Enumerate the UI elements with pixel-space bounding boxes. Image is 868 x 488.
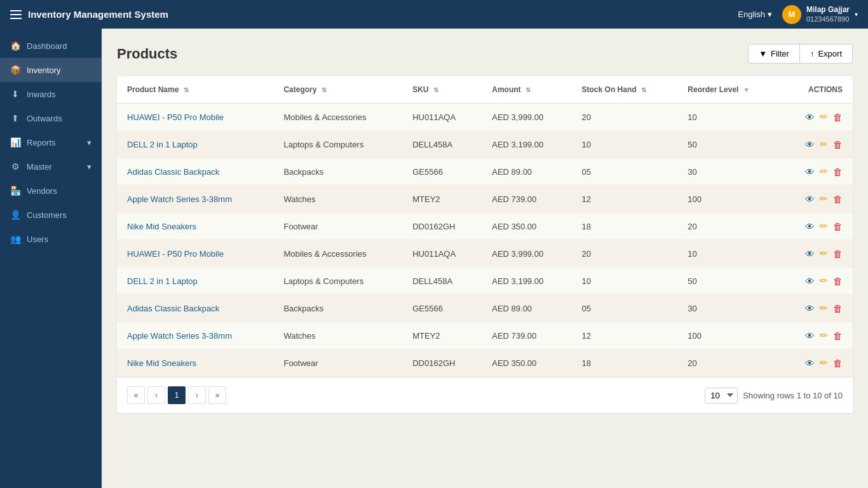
reorder-cell: 30 — [677, 158, 780, 186]
edit-button[interactable]: ✏ — [820, 357, 828, 369]
language-label: English — [738, 10, 765, 19]
delete-button[interactable]: 🗑 — [833, 358, 843, 369]
sku-cell: HU011AQA — [402, 240, 482, 268]
sidebar-item-dashboard[interactable]: 🏠 Dashboard — [0, 34, 102, 58]
amount-cell: AED 89.00 — [482, 295, 571, 322]
stock-cell: 12 — [572, 186, 678, 213]
col-actions: ACTIONS — [780, 76, 853, 104]
delete-button[interactable]: 🗑 — [833, 248, 843, 259]
products-table-container: Product Name ⇅ Category ⇅ SKU ⇅ Amount ⇅… — [117, 76, 853, 413]
sidebar-item-users[interactable]: 👥 Users — [0, 227, 102, 251]
sort-icon-reorder[interactable]: ▼ — [743, 86, 750, 93]
export-button[interactable]: ↑ Export — [799, 44, 853, 64]
amount-cell: AED 3,999.00 — [482, 240, 571, 268]
actions-cell: 👁 ✏ 🗑 — [780, 322, 853, 349]
delete-button[interactable]: 🗑 — [833, 139, 843, 150]
next-page-button[interactable]: › — [188, 386, 206, 404]
delete-button[interactable]: 🗑 — [833, 194, 843, 205]
sort-icon-amount[interactable]: ⇅ — [526, 86, 531, 93]
sort-icon-product[interactable]: ⇅ — [184, 86, 189, 93]
sidebar-item-inventory[interactable]: 📦 Inventory — [0, 58, 102, 82]
delete-button[interactable]: 🗑 — [833, 112, 843, 123]
first-page-button[interactable]: « — [127, 386, 145, 404]
last-page-button[interactable]: » — [208, 386, 226, 404]
product-name-cell[interactable]: Adidas Classic Backpack — [117, 295, 273, 322]
product-name-cell[interactable]: HUAWEI - P50 Pro Mobile — [117, 104, 273, 131]
view-button[interactable]: 👁 — [805, 139, 815, 150]
stock-cell: 20 — [572, 240, 678, 268]
page-header: Products ▼ Filter ↑ Export — [117, 44, 853, 64]
view-button[interactable]: 👁 — [805, 221, 815, 232]
edit-button[interactable]: ✏ — [820, 111, 828, 123]
stock-cell: 05 — [572, 295, 678, 322]
product-name-cell[interactable]: HUAWEI - P50 Pro Mobile — [117, 240, 273, 268]
product-name-cell[interactable]: Apple Watch Series 3-38mm — [117, 322, 273, 349]
sidebar-item-reports[interactable]: 📊 Reports ▾ — [0, 130, 102, 154]
sidebar-item-outwards[interactable]: ⬆ Outwards — [0, 106, 102, 130]
sidebar-item-master[interactable]: ⚙ Master ▾ — [0, 154, 102, 179]
prev-page-button[interactable]: ‹ — [147, 386, 165, 404]
view-button[interactable]: 👁 — [805, 112, 815, 123]
sort-icon-sku[interactable]: ⇅ — [433, 86, 438, 93]
master-icon: ⚙ — [10, 161, 20, 172]
edit-button[interactable]: ✏ — [820, 275, 828, 287]
view-button[interactable]: 👁 — [805, 276, 815, 287]
topbar-left: Inventory Management System — [10, 9, 168, 20]
language-selector[interactable]: English ▾ — [738, 10, 772, 19]
product-name-cell[interactable]: Nike Mid Sneakers — [117, 213, 273, 240]
inventory-icon: 📦 — [10, 65, 20, 75]
filter-button[interactable]: ▼ Filter — [748, 44, 799, 64]
sku-cell: MTEY2 — [402, 322, 482, 349]
view-button[interactable]: 👁 — [805, 330, 815, 341]
product-name-cell[interactable]: DELL 2 in 1 Laptop — [117, 268, 273, 295]
product-name-cell[interactable]: Apple Watch Series 3-38mm — [117, 186, 273, 213]
edit-button[interactable]: ✏ — [820, 302, 828, 314]
delete-button[interactable]: 🗑 — [833, 221, 843, 232]
edit-button[interactable]: ✏ — [820, 166, 828, 177]
category-cell: Laptops & Computers — [273, 268, 402, 295]
table-row: Adidas Classic Backpack Backpacks GE5566… — [117, 295, 853, 322]
table-row: Nike Mid Sneakers Footwear DD0162GH AED … — [117, 213, 853, 240]
rows-per-page-select[interactable]: 10 25 50 100 — [705, 388, 738, 403]
user-menu[interactable]: M Milap Gajjar 01234567890 ▾ — [782, 5, 858, 24]
amount-cell: AED 739.00 — [482, 186, 571, 213]
view-button[interactable]: 👁 — [805, 166, 815, 177]
product-name-cell[interactable]: Nike Mid Sneakers — [117, 349, 273, 377]
avatar: M — [782, 5, 801, 24]
sidebar-item-vendors[interactable]: 🏪 Vendors — [0, 179, 102, 203]
users-icon: 👥 — [10, 234, 20, 244]
page-1-button[interactable]: 1 — [168, 386, 186, 404]
chevron-down-icon: ▾ — [768, 10, 772, 19]
edit-button[interactable]: ✏ — [820, 220, 828, 232]
product-name-cell[interactable]: Adidas Classic Backpack — [117, 158, 273, 186]
view-button[interactable]: 👁 — [805, 303, 815, 314]
dashboard-icon: 🏠 — [10, 41, 20, 51]
actions-cell: 👁 ✏ 🗑 — [780, 349, 853, 377]
delete-button[interactable]: 🗑 — [833, 166, 843, 177]
sidebar-item-customers[interactable]: 👤 Customers — [0, 203, 102, 227]
master-chevron-icon: ▾ — [87, 162, 92, 172]
view-button[interactable]: 👁 — [805, 194, 815, 205]
edit-button[interactable]: ✏ — [820, 139, 828, 150]
actions-cell: 👁 ✏ 🗑 — [780, 240, 853, 268]
reorder-cell: 30 — [677, 295, 780, 322]
sidebar-label-inwards: Inwards — [27, 90, 56, 99]
sort-icon-category[interactable]: ⇅ — [322, 86, 327, 93]
main-layout: 🏠 Dashboard 📦 Inventory ⬇ Inwards ⬆ Outw… — [0, 29, 868, 488]
view-button[interactable]: 👁 — [805, 248, 815, 259]
delete-button[interactable]: 🗑 — [833, 330, 843, 341]
delete-button[interactable]: 🗑 — [833, 276, 843, 287]
hamburger-menu[interactable] — [10, 10, 22, 19]
sidebar-item-inwards[interactable]: ⬇ Inwards — [0, 82, 102, 106]
edit-button[interactable]: ✏ — [820, 193, 828, 205]
inwards-icon: ⬇ — [10, 89, 20, 99]
showing-text: Showing rows 1 to 10 of 10 — [743, 391, 843, 400]
sort-icon-stock[interactable]: ⇅ — [641, 86, 646, 93]
sku-cell: GE5566 — [402, 158, 482, 186]
reports-icon: 📊 — [10, 137, 20, 147]
edit-button[interactable]: ✏ — [820, 248, 828, 259]
edit-button[interactable]: ✏ — [820, 330, 828, 341]
view-button[interactable]: 👁 — [805, 358, 815, 369]
product-name-cell[interactable]: DELL 2 in 1 Laptop — [117, 131, 273, 158]
delete-button[interactable]: 🗑 — [833, 303, 843, 314]
